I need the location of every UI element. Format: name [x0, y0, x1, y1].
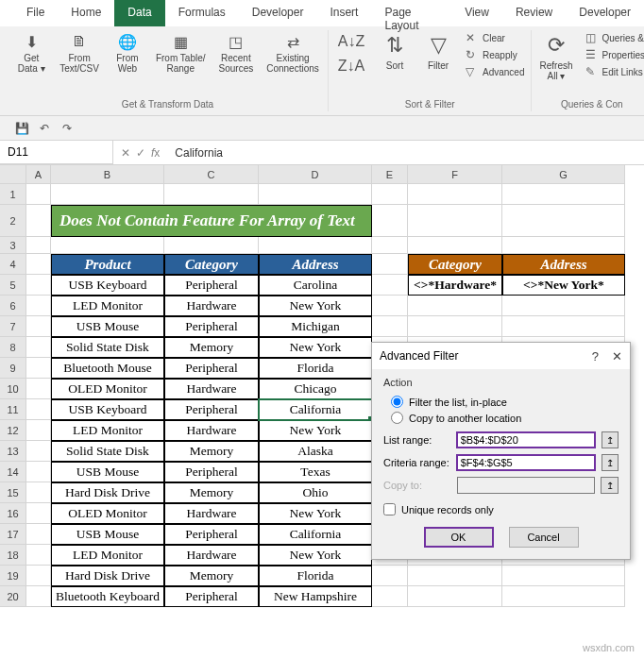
cell-B6[interactable]: LED Monitor: [51, 296, 164, 316]
dialog-help-button[interactable]: ?: [592, 349, 599, 363]
cell-C11[interactable]: Peripheral: [164, 399, 259, 420]
cell-B7[interactable]: USB Mouse: [51, 316, 164, 337]
row-header[interactable]: 11: [0, 399, 26, 420]
cell-E6[interactable]: [372, 296, 408, 316]
row-header[interactable]: 17: [0, 524, 26, 545]
cell-E2[interactable]: [372, 205, 408, 237]
cell-A16[interactable]: [26, 503, 51, 524]
cell-A3[interactable]: [26, 237, 51, 254]
from-table-range-button[interactable]: ▦From Table/Range: [152, 30, 210, 76]
from-web-button[interactable]: 🌐FromWeb: [109, 30, 146, 76]
copy-to-location-option[interactable]: Copy to another location: [383, 410, 619, 426]
enter-formula-icon[interactable]: ✓: [136, 146, 145, 160]
ribbon-subitem[interactable]: ▽Advanced: [463, 64, 527, 79]
cell-B17[interactable]: USB Mouse: [51, 524, 164, 545]
cell-G7[interactable]: [502, 316, 625, 337]
cell-D20[interactable]: New Hampshire: [259, 586, 372, 607]
unique-records-checkbox[interactable]: [383, 503, 396, 515]
cell-B4[interactable]: Product: [51, 254, 164, 275]
cell-A17[interactable]: [26, 524, 51, 545]
ribbon-subitem[interactable]: ☰Properties: [583, 47, 645, 62]
cell-E19[interactable]: [372, 566, 408, 586]
cell-D7[interactable]: Michigan: [259, 316, 372, 337]
filter-button[interactable]: ▽Filter: [419, 30, 457, 73]
filter-in-place-option[interactable]: Filter the list, in-place: [383, 394, 619, 410]
copy-to-ref-button[interactable]: ↥: [601, 477, 619, 494]
row-header[interactable]: 18: [0, 545, 26, 566]
cell-F1[interactable]: [408, 184, 502, 205]
cell-B20[interactable]: Bluetooth Keyboard: [51, 586, 164, 607]
cell-C16[interactable]: Hardware: [164, 503, 259, 524]
cell-F2[interactable]: [408, 205, 502, 237]
col-header-G[interactable]: G: [502, 165, 625, 184]
row-header[interactable]: 20: [0, 586, 26, 607]
sort-button[interactable]: ⇅Sort: [376, 30, 414, 73]
cell-B1[interactable]: [51, 184, 164, 205]
cell-C9[interactable]: Peripheral: [164, 358, 259, 379]
cell-A11[interactable]: [26, 399, 51, 420]
cell-D4[interactable]: Address: [259, 254, 372, 275]
cell-C5[interactable]: Peripheral: [164, 275, 259, 296]
cell-D16[interactable]: New York: [259, 503, 372, 524]
row-header[interactable]: 4: [0, 254, 26, 275]
ribbon-subitem[interactable]: ✕Clear: [463, 30, 527, 45]
cell-A15[interactable]: [26, 482, 51, 503]
cell-C12[interactable]: Hardware: [164, 420, 259, 441]
cell-D8[interactable]: New York: [259, 337, 372, 358]
cell-A7[interactable]: [26, 316, 51, 337]
cell-G20[interactable]: [502, 586, 625, 607]
cell-D17[interactable]: California: [259, 524, 372, 545]
cell-B14[interactable]: USB Mouse: [51, 462, 164, 482]
tab-insert[interactable]: Insert: [316, 0, 371, 26]
cell-A13[interactable]: [26, 441, 51, 462]
list-range-input[interactable]: [456, 431, 596, 448]
cell-C1[interactable]: [164, 184, 259, 205]
col-header-D[interactable]: D: [259, 165, 372, 184]
cell-E5[interactable]: [372, 275, 408, 296]
cell-D3[interactable]: [259, 237, 372, 254]
cell-F4[interactable]: Category: [408, 254, 502, 275]
tab-home[interactable]: Home: [58, 0, 114, 26]
cell-C4[interactable]: Category: [164, 254, 259, 275]
tab-view[interactable]: View: [451, 0, 502, 26]
filter-in-place-radio[interactable]: [391, 396, 403, 408]
cell-B5[interactable]: USB Keyboard: [51, 275, 164, 296]
cell-B16[interactable]: OLED Monitor: [51, 503, 164, 524]
tab-developer-2[interactable]: Developer: [566, 0, 644, 26]
cell-A20[interactable]: [26, 586, 51, 607]
criteria-range-input[interactable]: [456, 454, 596, 471]
cancel-button[interactable]: Cancel: [509, 527, 579, 548]
cell-D5[interactable]: Carolina: [259, 275, 372, 296]
cell-B19[interactable]: Hard Disk Drive: [51, 566, 164, 586]
select-all-corner[interactable]: [0, 165, 26, 184]
cell-E20[interactable]: [372, 586, 408, 607]
cell-G6[interactable]: [502, 296, 625, 316]
recent-sources-button[interactable]: ◳RecentSources: [215, 30, 258, 76]
cell-E4[interactable]: [372, 254, 408, 275]
unique-records-option[interactable]: Unique records only: [383, 503, 619, 515]
col-header-E[interactable]: E: [372, 165, 408, 184]
cell-C17[interactable]: Peripheral: [164, 524, 259, 545]
existing-connections-button[interactable]: ⇄ExistingConnections: [263, 30, 323, 76]
cell-D13[interactable]: Alaska: [259, 441, 372, 462]
cell-B10[interactable]: OLED Monitor: [51, 379, 164, 399]
cell-D9[interactable]: Florida: [259, 358, 372, 379]
cell-G19[interactable]: [502, 566, 625, 586]
cell-A8[interactable]: [26, 337, 51, 358]
tab-review[interactable]: Review: [502, 0, 566, 26]
redo-button[interactable]: ↷: [59, 120, 76, 137]
cell-B8[interactable]: Solid State Disk: [51, 337, 164, 358]
name-box[interactable]: D11: [0, 141, 113, 164]
cell-C14[interactable]: Peripheral: [164, 462, 259, 482]
row-header[interactable]: 9: [0, 358, 26, 379]
cell-D12[interactable]: New York: [259, 420, 372, 441]
ribbon-subitem[interactable]: ◫Queries &: [583, 30, 645, 45]
row-header[interactable]: 3: [0, 237, 26, 254]
cell-A12[interactable]: [26, 420, 51, 441]
cell-B15[interactable]: Hard Disk Drive: [51, 482, 164, 503]
cell-C8[interactable]: Memory: [164, 337, 259, 358]
cell-B9[interactable]: Bluetooth Mouse: [51, 358, 164, 379]
row-header[interactable]: 7: [0, 316, 26, 337]
copy-to-location-radio[interactable]: [391, 412, 403, 424]
refresh-all-button[interactable]: ⟳Refresh All ▾: [535, 30, 576, 83]
